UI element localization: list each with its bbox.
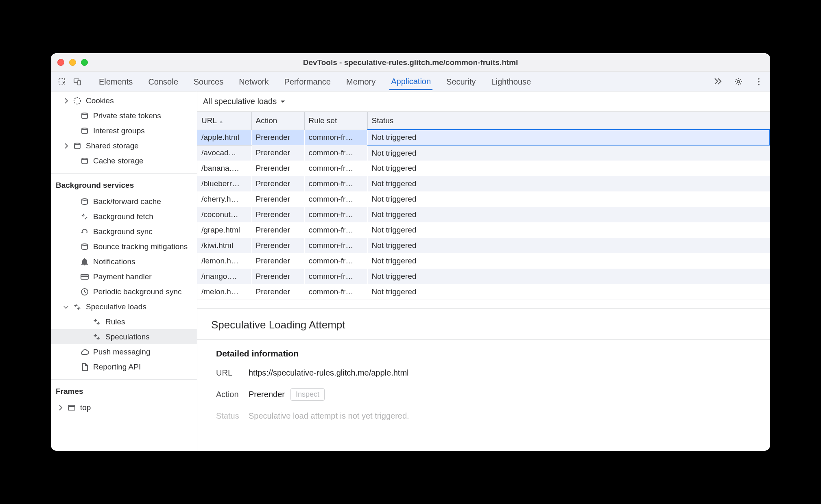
sidebar-item-label: Background fetch bbox=[93, 212, 153, 221]
sidebar-item-notifications[interactable]: Notifications bbox=[51, 254, 197, 269]
table-row[interactable]: /kiwi.htmlPrerendercommon-fr…Not trigger… bbox=[197, 238, 770, 253]
sidebar-item-push-messaging[interactable]: Push messaging bbox=[51, 344, 197, 359]
detail-url-label: URL bbox=[216, 368, 249, 378]
cell-ruleset: common-fr… bbox=[304, 176, 367, 191]
cell-ruleset: common-fr… bbox=[304, 269, 367, 284]
table-row[interactable]: /cherry.h…Prerendercommon-fr…Not trigger… bbox=[197, 191, 770, 207]
detailed-info-title: Detailed information bbox=[197, 340, 770, 367]
table-row[interactable]: /avocad…Prerendercommon-fr…Not triggered bbox=[197, 145, 770, 161]
table-row[interactable]: /apple.htmlPrerendercommon-fr…Not trigge… bbox=[197, 130, 770, 145]
chevron-down-icon bbox=[280, 99, 286, 104]
db-icon bbox=[80, 111, 89, 120]
expand-arrow-icon[interactable] bbox=[57, 405, 63, 411]
speculations-table: URL▲ Action Rule set Status /apple.htmlP… bbox=[197, 112, 770, 309]
sidebar-item-label: Bounce tracking mitigations bbox=[93, 242, 188, 251]
cell-url: /mango.… bbox=[197, 269, 251, 284]
cell-status: Not triggered bbox=[367, 253, 770, 269]
cell-action: Prerender bbox=[251, 161, 304, 176]
sidebar-item-back-forward-cache[interactable]: Back/forward cache bbox=[51, 194, 197, 209]
detail-url-value: https://speculative-rules.glitch.me/appl… bbox=[249, 368, 409, 378]
tab-memory[interactable]: Memory bbox=[345, 73, 377, 90]
sidebar-item-reporting-api[interactable]: Reporting API bbox=[51, 359, 197, 374]
expand-arrow-icon[interactable] bbox=[63, 304, 69, 310]
cell-ruleset: common-fr… bbox=[304, 253, 367, 269]
db-icon bbox=[80, 242, 89, 251]
sidebar-item-label: top bbox=[80, 403, 91, 412]
sidebar-item-label: Rules bbox=[105, 317, 125, 326]
window-controls bbox=[57, 59, 88, 66]
frame-icon bbox=[67, 403, 76, 412]
titlebar: DevTools - speculative-rules.glitch.me/c… bbox=[51, 53, 770, 72]
filter-bar: All speculative loads bbox=[197, 91, 770, 112]
table-row[interactable]: /grape.htmlPrerendercommon-fr…Not trigge… bbox=[197, 222, 770, 238]
sidebar-item-label: Payment handler bbox=[93, 272, 152, 281]
sidebar-item-top[interactable]: top bbox=[51, 400, 197, 415]
table-row[interactable]: /banana.…Prerendercommon-fr…Not triggere… bbox=[197, 161, 770, 176]
sidebar-item-background-sync[interactable]: Background sync bbox=[51, 224, 197, 239]
sidebar-item-payment-handler[interactable]: Payment handler bbox=[51, 269, 197, 284]
sidebar-item-shared-storage[interactable]: Shared storage bbox=[51, 138, 197, 153]
sidebar-item-cache-storage[interactable]: Cache storage bbox=[51, 153, 197, 168]
tab-application[interactable]: Application bbox=[389, 73, 432, 90]
tab-security[interactable]: Security bbox=[445, 73, 477, 90]
tab-performance[interactable]: Performance bbox=[283, 73, 333, 90]
sidebar-item-label: Interest groups bbox=[93, 126, 145, 135]
detail-status-value: Speculative load attempt is not yet trig… bbox=[249, 411, 409, 421]
cell-status: Not triggered bbox=[367, 161, 770, 176]
inspect-element-icon[interactable] bbox=[57, 76, 68, 87]
sync-icon bbox=[80, 227, 89, 236]
settings-icon[interactable] bbox=[733, 76, 744, 87]
expand-arrow-icon[interactable] bbox=[63, 143, 69, 149]
cell-url: /apple.html bbox=[197, 130, 251, 145]
more-tabs-icon[interactable] bbox=[712, 76, 724, 87]
cell-url: /coconut… bbox=[197, 207, 251, 222]
filter-dropdown[interactable]: All speculative loads bbox=[203, 97, 286, 106]
speculations-panel: All speculative loads URL▲ Action Rule s… bbox=[197, 91, 770, 451]
db-icon bbox=[73, 141, 82, 150]
tab-console[interactable]: Console bbox=[146, 73, 179, 90]
table-row[interactable]: /coconut…Prerendercommon-fr…Not triggere… bbox=[197, 207, 770, 222]
cell-ruleset: common-fr… bbox=[304, 207, 367, 222]
partial-row bbox=[197, 300, 770, 308]
details-heading: Speculative Loading Attempt bbox=[197, 309, 770, 339]
table-row[interactable]: /blueberr…Prerendercommon-fr…Not trigger… bbox=[197, 176, 770, 191]
sidebar-item-bounce-tracking-mitigations[interactable]: Bounce tracking mitigations bbox=[51, 239, 197, 254]
cell-url: /avocad… bbox=[197, 145, 251, 161]
col-url[interactable]: URL▲ bbox=[197, 112, 251, 130]
zoom-window-button[interactable] bbox=[81, 59, 88, 66]
cell-status: Not triggered bbox=[367, 222, 770, 238]
tab-elements[interactable]: Elements bbox=[97, 73, 134, 90]
cell-action: Prerender bbox=[251, 176, 304, 191]
sidebar-item-rules[interactable]: Rules bbox=[51, 314, 197, 329]
sidebar-item-speculative-loads[interactable]: Speculative loads bbox=[51, 299, 197, 314]
inspect-button[interactable]: Inspect bbox=[290, 388, 325, 401]
expand-arrow-icon[interactable] bbox=[63, 98, 69, 104]
device-toggle-icon[interactable] bbox=[72, 76, 83, 87]
sidebar-item-interest-groups[interactable]: Interest groups bbox=[51, 123, 197, 138]
tab-sources[interactable]: Sources bbox=[192, 73, 225, 90]
col-status[interactable]: Status bbox=[367, 112, 770, 130]
tab-lighthouse[interactable]: Lighthouse bbox=[489, 73, 533, 90]
cell-ruleset: common-fr… bbox=[304, 161, 367, 176]
table-row[interactable]: /mango.…Prerendercommon-fr…Not triggered bbox=[197, 269, 770, 284]
sidebar-item-background-fetch[interactable]: Background fetch bbox=[51, 209, 197, 224]
cell-ruleset: common-fr… bbox=[304, 145, 367, 161]
col-action[interactable]: Action bbox=[251, 112, 304, 130]
arrows-icon bbox=[92, 332, 101, 341]
table-row[interactable]: /lemon.h…Prerendercommon-fr…Not triggere… bbox=[197, 253, 770, 269]
sidebar-item-private-state-tokens[interactable]: Private state tokens bbox=[51, 108, 197, 123]
tab-network[interactable]: Network bbox=[237, 73, 270, 90]
cell-url: /grape.html bbox=[197, 222, 251, 238]
detail-status-label: Status bbox=[216, 411, 249, 421]
cell-ruleset: common-fr… bbox=[304, 284, 367, 300]
col-ruleset[interactable]: Rule set bbox=[304, 112, 367, 130]
devtools-window: DevTools - speculative-rules.glitch.me/c… bbox=[51, 53, 770, 451]
kebab-menu-icon[interactable] bbox=[753, 76, 764, 87]
sidebar-item-periodic-background-sync[interactable]: Periodic background sync bbox=[51, 284, 197, 299]
sidebar-item-cookies[interactable]: Cookies bbox=[51, 93, 197, 108]
cell-action: Prerender bbox=[251, 284, 304, 300]
table-row[interactable]: /melon.h…Prerendercommon-fr…Not triggere… bbox=[197, 284, 770, 300]
sidebar-item-speculations[interactable]: Speculations bbox=[51, 329, 197, 344]
close-window-button[interactable] bbox=[57, 59, 64, 66]
minimize-window-button[interactable] bbox=[69, 59, 76, 66]
